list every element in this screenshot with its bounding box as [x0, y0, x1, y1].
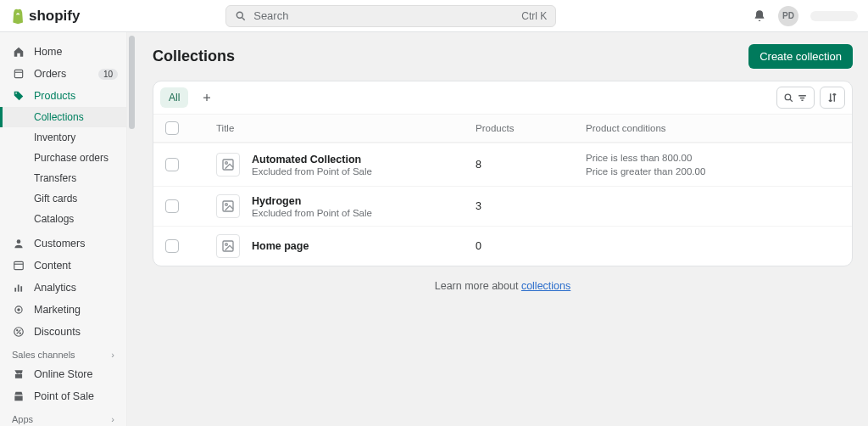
search-input[interactable]: Search Ctrl K [225, 5, 556, 27]
row-products-count: 3 [476, 200, 586, 212]
chevron-right-icon: › [111, 350, 114, 360]
tab-all[interactable]: All [160, 87, 188, 108]
table-row[interactable]: Home page 0 [153, 226, 852, 266]
image-placeholder-icon [216, 153, 240, 177]
shopify-bag-icon [10, 8, 27, 25]
sort-button[interactable] [820, 87, 845, 109]
sidebar: Home Orders 10 Products Collections Inve… [0, 32, 127, 426]
sidebar-item-analytics[interactable]: Analytics [0, 277, 126, 299]
sort-icon [826, 92, 838, 104]
page-title: Collections [153, 48, 235, 65]
store-name-placeholder [810, 11, 858, 21]
row-condition: Price is less than 800.00 [586, 151, 840, 165]
analytics-icon [12, 282, 25, 294]
svg-rect-9 [20, 286, 22, 291]
sidebar-label: Customers [34, 238, 118, 249]
svg-rect-27 [223, 241, 233, 251]
sidebar-sub-transfers[interactable]: Transfers [0, 168, 126, 188]
svg-rect-25 [223, 201, 233, 211]
table-header: Title Products Product conditions [153, 115, 852, 143]
row-checkbox[interactable] [165, 199, 179, 213]
search-icon [235, 10, 247, 22]
svg-point-28 [225, 244, 228, 246]
svg-point-18 [785, 94, 791, 100]
sidebar-label: Orders [34, 68, 90, 80]
sidebar-sub-gift-cards[interactable]: Gift cards [0, 188, 126, 209]
search-icon [783, 92, 794, 104]
sidebar-sub-collections[interactable]: Collections [0, 107, 126, 127]
th-products: Products [476, 123, 586, 133]
avatar[interactable]: PD [778, 6, 798, 26]
discounts-icon [12, 326, 25, 338]
sidebar-item-orders[interactable]: Orders 10 [0, 63, 126, 85]
sidebar-section-apps[interactable]: Apps › [0, 407, 126, 426]
row-subtitle: Excluded from Point of Sale [252, 208, 476, 218]
th-conditions: Product conditions [586, 123, 840, 133]
svg-rect-8 [18, 285, 19, 292]
orders-icon [12, 68, 25, 80]
svg-point-4 [17, 239, 21, 244]
sidebar-item-marketing[interactable]: Marketing [0, 299, 126, 321]
customers-icon [12, 238, 25, 249]
svg-rect-2 [14, 70, 22, 77]
brand-logo[interactable]: shopify [10, 8, 80, 25]
content-icon [12, 260, 25, 272]
svg-line-19 [790, 99, 793, 102]
table-row[interactable]: Automated Collection Excluded from Point… [153, 143, 852, 186]
sidebar-label: Point of Sale [34, 390, 118, 402]
sidebar-sub-inventory[interactable]: Inventory [0, 127, 126, 148]
row-checkbox[interactable] [165, 158, 179, 171]
svg-line-1 [242, 17, 245, 20]
search-filter-button[interactable] [776, 87, 815, 109]
filter-icon [797, 92, 808, 104]
row-title: Home page [252, 240, 476, 252]
search-placeholder: Search [253, 9, 521, 22]
top-bar: shopify Search Ctrl K PD [0, 0, 868, 32]
svg-point-24 [225, 162, 228, 165]
table-row[interactable]: Hydrogen Excluded from Point of Sale 3 [153, 186, 852, 226]
learn-more-text: Learn more about collections [153, 280, 853, 292]
sidebar-label: Home [34, 46, 118, 58]
image-placeholder-icon [216, 234, 240, 258]
sidebar-item-discounts[interactable]: Discounts [0, 321, 126, 343]
sidebar-label: Analytics [34, 282, 118, 294]
row-products-count: 8 [476, 159, 586, 171]
svg-rect-7 [14, 288, 16, 292]
row-subtitle: Excluded from Point of Sale [252, 166, 476, 177]
home-icon [12, 46, 25, 58]
sidebar-item-products[interactable]: Products [0, 85, 126, 107]
sidebar-section-sales[interactable]: Sales channels › [0, 343, 126, 363]
learn-more-link[interactable]: collections [521, 280, 570, 292]
sidebar-sub-catalogs[interactable]: Catalogs [0, 209, 126, 229]
brand-name: shopify [29, 8, 80, 25]
svg-point-0 [237, 12, 243, 18]
svg-point-15 [19, 333, 20, 334]
row-condition: Price is greater than 200.00 [586, 165, 840, 178]
row-products-count: 0 [476, 240, 586, 252]
sidebar-sub-purchase-orders[interactable]: Purchase orders [0, 148, 126, 168]
marketing-icon [12, 304, 25, 316]
svg-point-14 [17, 330, 18, 331]
products-icon [12, 90, 25, 102]
select-all-checkbox[interactable] [165, 121, 179, 135]
sidebar-item-home[interactable]: Home [0, 41, 126, 63]
sidebar-item-content[interactable]: Content [0, 255, 126, 277]
notifications-icon[interactable] [753, 9, 766, 23]
create-collection-button[interactable]: Create collection [748, 44, 853, 69]
sidebar-item-pos[interactable]: Point of Sale [0, 385, 126, 407]
collections-table-card: All Title Products [153, 81, 853, 266]
search-shortcut: Ctrl K [521, 10, 547, 22]
sidebar-item-customers[interactable]: Customers [0, 233, 126, 255]
sidebar-scrollbar[interactable] [127, 32, 137, 426]
store-icon [12, 368, 25, 380]
svg-point-26 [225, 204, 228, 206]
add-view-button[interactable] [193, 87, 220, 108]
image-placeholder-icon [216, 194, 240, 218]
scrollbar-thumb[interactable] [129, 36, 135, 129]
plus-icon [202, 92, 212, 103]
chevron-right-icon: › [111, 414, 114, 424]
sidebar-item-online-store[interactable]: Online Store [0, 363, 126, 385]
row-checkbox[interactable] [165, 239, 179, 253]
sidebar-label: Discounts [34, 326, 118, 338]
sidebar-label: Online Store [34, 368, 118, 380]
